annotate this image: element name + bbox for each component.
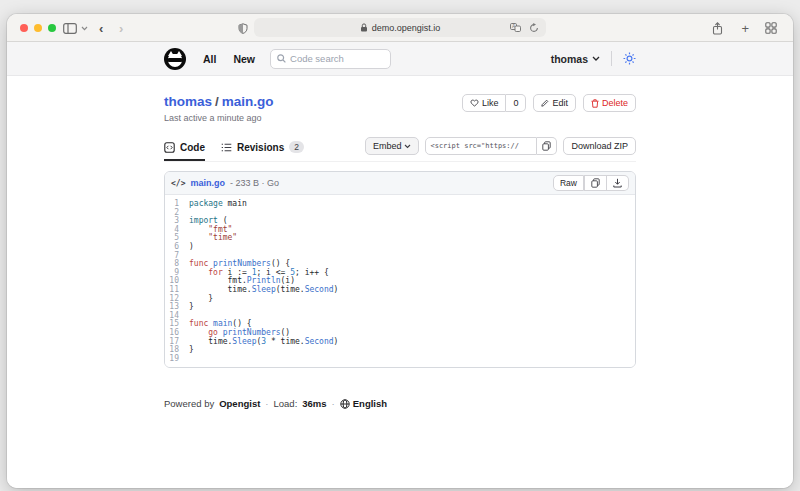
minimize-window-button[interactable] bbox=[34, 24, 42, 32]
download-icon bbox=[613, 178, 622, 188]
heart-icon bbox=[470, 99, 479, 107]
privacy-shield-icon[interactable] bbox=[238, 14, 248, 42]
like-button[interactable]: Like bbox=[462, 94, 507, 112]
username: thomas bbox=[551, 53, 588, 65]
code-search-input[interactable]: Code search bbox=[270, 49, 391, 69]
lock-icon bbox=[360, 23, 368, 32]
code-line: 12 } bbox=[165, 295, 635, 304]
line-content: "time" bbox=[189, 234, 237, 243]
like-count[interactable]: 0 bbox=[506, 94, 526, 112]
file-name-link[interactable]: main.go bbox=[190, 178, 225, 188]
list-icon bbox=[221, 143, 232, 152]
site-header: All New Code search thomas bbox=[7, 42, 793, 76]
revisions-count-badge: 2 bbox=[289, 141, 304, 153]
code-line: 17 time.Sleep(3 * time.Second) bbox=[165, 338, 635, 347]
translate-icon[interactable]: A bbox=[510, 23, 521, 32]
new-tab-icon[interactable]: + bbox=[741, 14, 749, 42]
zoom-window-button[interactable] bbox=[48, 24, 56, 32]
copy-icon bbox=[542, 141, 551, 151]
user-menu[interactable]: thomas bbox=[551, 53, 600, 65]
download-file-button[interactable] bbox=[607, 175, 629, 191]
code-line: 19 bbox=[165, 355, 635, 364]
chevron-down-icon bbox=[592, 56, 600, 61]
line-content: time.Sleep(3 * time.Second) bbox=[189, 338, 338, 347]
last-active-text: Last active a minute ago bbox=[164, 113, 274, 123]
copy-file-button[interactable] bbox=[584, 175, 607, 191]
window-controls bbox=[20, 24, 56, 32]
divider bbox=[611, 51, 612, 66]
sidebar-icon[interactable] bbox=[63, 14, 77, 42]
line-number[interactable]: 19 bbox=[165, 355, 189, 364]
embed-button[interactable]: Embed bbox=[365, 137, 420, 155]
browser-toolbar: ‹ › demo.opengist.io A + bbox=[7, 14, 793, 42]
globe-icon bbox=[340, 399, 350, 409]
download-zip-button[interactable]: Download ZIP bbox=[563, 137, 636, 155]
opengist-logo[interactable] bbox=[164, 48, 186, 70]
opengist-footer-link[interactable]: Opengist bbox=[219, 398, 260, 409]
code-line: 11 time.Sleep(time.Second) bbox=[165, 286, 635, 295]
tab-code[interactable]: Code bbox=[164, 141, 205, 161]
trash-icon bbox=[591, 99, 599, 108]
line-content: package main bbox=[189, 200, 247, 209]
close-window-button[interactable] bbox=[20, 24, 28, 32]
code-line: 13} bbox=[165, 303, 635, 312]
nav-link-all[interactable]: All bbox=[203, 53, 216, 65]
language-selector[interactable]: English bbox=[340, 398, 387, 409]
tab-revisions[interactable]: Revisions 2 bbox=[221, 141, 304, 161]
code-line: 1package main bbox=[165, 200, 635, 209]
gist-link[interactable]: main.go bbox=[222, 94, 274, 109]
code-icon: </> bbox=[171, 179, 185, 188]
share-icon[interactable] bbox=[712, 14, 723, 42]
gist-file-card: </> main.go - 233 B · Go Raw 1pa bbox=[164, 171, 636, 368]
forward-button: › bbox=[119, 14, 123, 42]
chevron-down-icon bbox=[404, 144, 411, 149]
delete-button[interactable]: Delete bbox=[583, 94, 636, 112]
page-title: thomas/main.go bbox=[164, 94, 274, 109]
search-icon bbox=[277, 54, 286, 63]
site-footer: Powered by Opengist · Load: 36ms · Engli… bbox=[164, 398, 636, 409]
nav-link-new[interactable]: New bbox=[233, 53, 255, 65]
theme-toggle-sun-icon[interactable] bbox=[623, 52, 636, 65]
sidebar-chevron-icon[interactable] bbox=[81, 14, 88, 42]
code-bracket-square-icon bbox=[164, 142, 175, 153]
search-placeholder: Code search bbox=[290, 53, 344, 64]
url-text: demo.opengist.io bbox=[372, 23, 441, 33]
copy-icon bbox=[591, 178, 600, 188]
owner-link[interactable]: thomas bbox=[164, 94, 212, 109]
raw-button[interactable]: Raw bbox=[553, 175, 584, 191]
copy-embed-button[interactable] bbox=[537, 137, 557, 155]
page: All New Code search thomas bbox=[7, 42, 793, 488]
code-line: 18} bbox=[165, 346, 635, 355]
tab-overview-icon[interactable] bbox=[765, 14, 777, 42]
address-bar[interactable]: demo.opengist.io A bbox=[254, 18, 546, 37]
edit-button[interactable]: Edit bbox=[533, 94, 576, 112]
code-line: 6) bbox=[165, 243, 635, 252]
browser-window: ‹ › demo.opengist.io A + bbox=[7, 14, 793, 488]
pencil-icon bbox=[541, 99, 549, 107]
back-button[interactable]: ‹ bbox=[99, 14, 103, 42]
code-line: 5 "time" bbox=[165, 234, 635, 243]
reload-icon[interactable] bbox=[529, 23, 539, 33]
embed-code-input[interactable] bbox=[425, 137, 537, 155]
code-lines: 1package main2 3import (4 "fmt"5 "time"6… bbox=[165, 195, 635, 367]
line-content bbox=[189, 355, 194, 364]
file-meta: - 233 B · Go bbox=[230, 178, 279, 188]
code-line: 2 bbox=[165, 209, 635, 218]
code-line: 3import ( bbox=[165, 217, 635, 226]
